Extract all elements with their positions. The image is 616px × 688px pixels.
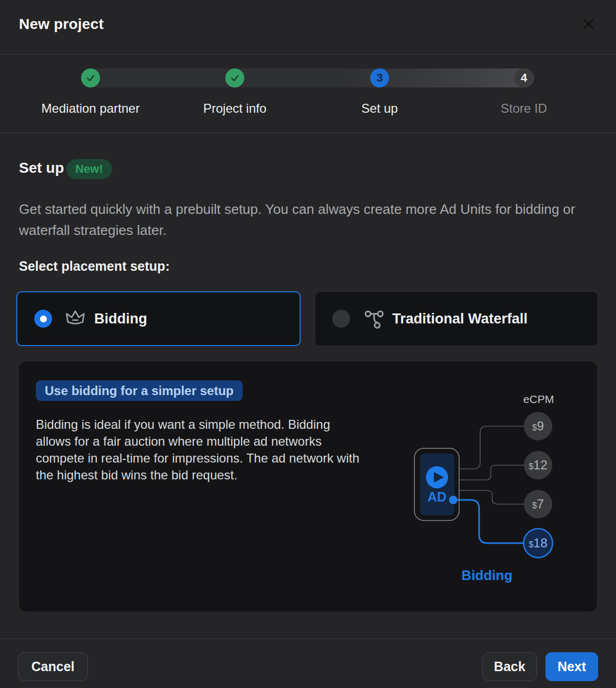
- step-complete-circle: [81, 68, 100, 87]
- footer-divider: [0, 638, 616, 639]
- check-icon: [229, 72, 241, 84]
- new-project-dialog: New project ✕ Mediation partner Project …: [0, 0, 616, 688]
- connector-line: [459, 490, 524, 504]
- close-icon: ✕: [582, 16, 596, 33]
- cancel-button[interactable]: Cancel: [18, 652, 88, 681]
- option-card-traditional-waterfall[interactable]: Traditional Waterfall: [315, 291, 598, 346]
- close-button[interactable]: ✕: [577, 13, 600, 36]
- ecpm-bubble: $9: [524, 412, 552, 440]
- dialog-title: New project: [19, 16, 104, 33]
- bidding-illustration: eCPM AD $9 $12: [400, 377, 600, 591]
- step-number-circle: 4: [514, 68, 533, 87]
- new-badge: New!: [66, 159, 112, 179]
- radio-unselected[interactable]: [332, 310, 350, 328]
- back-button[interactable]: Back: [482, 652, 537, 681]
- bidding-description: Bidding is ideal if you want a simple me…: [36, 416, 369, 484]
- stepper-divider: [0, 133, 616, 133]
- section-description: Get started quickly with a prebuilt setu…: [19, 199, 594, 241]
- step-number-circle: 3: [370, 68, 389, 87]
- bidding-info-panel: Use bidding for a simpler setup Bidding …: [19, 361, 597, 612]
- step-label: Project info: [203, 101, 266, 116]
- step-label: Store ID: [501, 101, 547, 116]
- ecpm-label: eCPM: [523, 393, 554, 405]
- section-heading: Set up: [19, 160, 64, 176]
- info-badge: Use bidding for a simpler setup: [36, 380, 243, 401]
- stepper-step-set-up[interactable]: 3 Set up: [307, 55, 452, 116]
- stepper-step-mediation-partner[interactable]: Mediation partner: [18, 55, 163, 116]
- radio-selected[interactable]: [34, 310, 52, 328]
- option-card-bidding[interactable]: Bidding: [16, 291, 301, 346]
- waterfall-icon: [363, 308, 384, 329]
- connector-line: [459, 465, 524, 480]
- ecpm-bubble: $7: [524, 490, 552, 518]
- crown-icon: [65, 308, 86, 329]
- winning-bid-line: [453, 500, 523, 543]
- ecpm-bubble: $12: [524, 451, 552, 479]
- stepper-step-store-id[interactable]: 4 Store ID: [452, 55, 596, 116]
- step-complete-circle: [225, 68, 244, 87]
- ad-label: AD: [428, 489, 446, 504]
- step-label: Mediation partner: [42, 101, 140, 116]
- ecpm-bubble-winner: $18: [524, 529, 553, 558]
- select-placement-label: Select placement setup:: [19, 259, 170, 274]
- next-button[interactable]: Next: [545, 652, 598, 681]
- stepper-step-project-info[interactable]: Project info: [163, 55, 307, 116]
- check-icon: [85, 72, 96, 84]
- option-label: Traditional Waterfall: [392, 311, 528, 327]
- wizard-stepper: Mediation partner Project info 3 Set up …: [0, 55, 616, 133]
- illustration-caption: Bidding: [462, 567, 513, 583]
- option-label: Bidding: [94, 311, 147, 327]
- connector-line: [459, 426, 524, 469]
- step-label: Set up: [361, 101, 398, 116]
- bid-dot: [449, 496, 458, 504]
